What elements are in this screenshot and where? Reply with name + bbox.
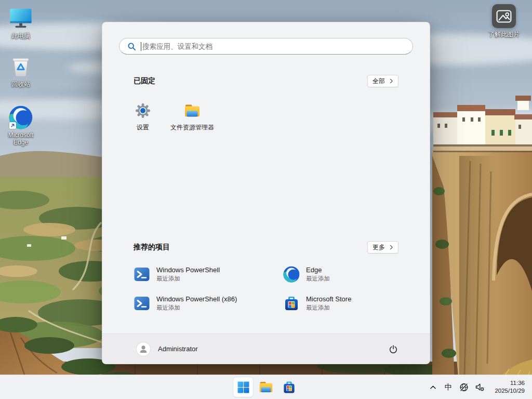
power-button[interactable] [384, 340, 403, 358]
desktop-icon-label: 了解此图片 [488, 31, 520, 38]
chevron-right-icon [390, 245, 393, 250]
start-menu-footer: Administrator [102, 334, 430, 364]
recommended-item-powershell-x86[interactable]: Windows PowerShell (x86) 最近添加 [134, 292, 283, 314]
search-input[interactable] [119, 38, 413, 54]
clock-time: 11:36 [487, 379, 525, 387]
clock-date: 2025/10/29 [487, 387, 525, 395]
powershell-icon [134, 266, 150, 283]
store-icon [283, 295, 300, 312]
taskbar-store-button[interactable] [279, 377, 299, 397]
desktop-icon-label: 回收站 [11, 81, 30, 88]
recycle-bin-icon [8, 54, 33, 79]
input-method-indicator: 中 [445, 382, 453, 392]
pinned-item-label: 设置 [137, 124, 149, 131]
taskbar-center-icons [233, 377, 299, 397]
start-menu: 已固定 全部 设置 文件资源管理器 推荐的项目 更多 [102, 22, 430, 364]
taskbar-clock[interactable]: 11:36 2025/10/29 [487, 379, 531, 395]
picture-info-icon [492, 4, 516, 28]
tray-input-method-button[interactable]: 中 [441, 377, 456, 397]
desktop-icon-microsoft-edge[interactable]: Microsoft Edge [1, 105, 41, 146]
all-button-label: 全部 [373, 77, 385, 86]
pinned-title: 已固定 [134, 76, 155, 86]
edge-icon [283, 266, 300, 283]
power-icon [389, 344, 398, 354]
recommended-item-powershell[interactable]: Windows PowerShell 最近添加 [134, 263, 283, 285]
tray-volume-button[interactable] [472, 377, 487, 397]
chevron-right-icon [390, 78, 393, 84]
desktop-icon-label: Microsoft Edge [2, 131, 39, 146]
settings-gear-icon [135, 102, 151, 119]
recommended-item-meta: 最近添加 [156, 304, 237, 312]
recommended-item-name: Edge [306, 266, 330, 274]
desktop-icon-learn-picture[interactable]: 了解此图片 [479, 4, 529, 38]
chevron-up-icon [428, 382, 438, 392]
desktop-icon-this-pc[interactable]: 此电脑 [1, 6, 41, 39]
powershell-icon [134, 295, 150, 312]
search-box [119, 38, 413, 55]
taskbar-tray: 中 11:36 2025/10/29 [425, 377, 531, 397]
taskbar-file-explorer-button[interactable] [256, 377, 276, 397]
recommended-item-name: Microsoft Store [306, 295, 351, 303]
recommended-item-meta: 最近添加 [156, 275, 220, 283]
pinned-item-label: 文件资源管理器 [170, 124, 214, 131]
recommended-item-name: Windows PowerShell [156, 266, 220, 274]
recommended-more-button[interactable]: 更多 [367, 241, 398, 254]
more-button-label: 更多 [373, 243, 385, 252]
speaker-muted-icon [475, 382, 485, 392]
edge-icon [8, 105, 33, 130]
file-explorer-folder-icon [184, 102, 201, 119]
windows-logo-icon [237, 381, 249, 393]
recommended-item-meta: 最近添加 [306, 304, 351, 312]
person-icon [138, 343, 149, 355]
pinned-section-header: 已固定 全部 [134, 75, 398, 87]
tray-network-button[interactable] [456, 377, 472, 397]
desktop: 此电脑 回收站 Microsoft Edge 了解此图片 已固定 [0, 0, 532, 399]
recommended-item-name: Windows PowerShell (x86) [156, 295, 237, 303]
user-account-button[interactable]: Administrator [134, 340, 201, 358]
store-icon [282, 380, 296, 394]
file-explorer-folder-icon [259, 380, 273, 394]
tray-show-hidden-icons-button[interactable] [425, 377, 441, 397]
avatar [137, 342, 150, 356]
this-pc-monitor-icon [8, 6, 33, 31]
taskbar: 中 11:36 2025/10/29 [0, 375, 532, 399]
recommended-item-edge[interactable]: Edge 最近添加 [283, 263, 400, 285]
shortcut-arrow-icon [9, 122, 16, 129]
pinned-all-button[interactable]: 全部 [367, 75, 398, 87]
recommended-title: 推荐的项目 [134, 243, 170, 252]
recommended-grid: Windows PowerShell 最近添加 Edge 最近添加 Window… [134, 263, 400, 314]
user-name: Administrator [158, 345, 198, 353]
desktop-icon-recycle-bin[interactable]: 回收站 [1, 54, 41, 88]
globe-no-internet-icon [459, 382, 469, 392]
recommended-section-header: 推荐的项目 更多 [134, 241, 398, 254]
recommended-item-meta: 最近添加 [306, 275, 330, 283]
recommended-item-microsoft-store[interactable]: Microsoft Store 最近添加 [283, 292, 400, 314]
start-button[interactable] [233, 377, 253, 397]
pinned-item-settings[interactable]: 设置 [118, 98, 167, 144]
pinned-grid: 设置 文件资源管理器 [118, 98, 415, 144]
pinned-item-file-explorer[interactable]: 文件资源管理器 [167, 98, 217, 144]
desktop-icon-label: 此电脑 [11, 32, 30, 39]
